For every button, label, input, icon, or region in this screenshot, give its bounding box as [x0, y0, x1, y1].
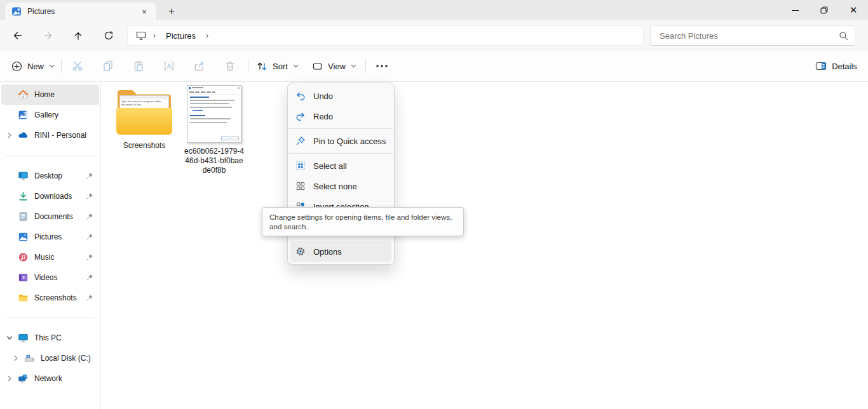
- onedrive-icon: [18, 130, 29, 140]
- close-button[interactable]: ✕: [839, 0, 868, 20]
- folder-front-flap: [116, 108, 172, 135]
- options-tooltip: Change settings for opening items, file …: [262, 207, 464, 236]
- tab-title: Pictures: [27, 7, 133, 16]
- up-icon: [73, 30, 83, 41]
- sidebar-label: RINI - Personal: [34, 131, 86, 140]
- folder-large-icon: Type the name of a program, folder, docu…: [116, 85, 172, 137]
- chevron-right-icon: [6, 132, 13, 138]
- file-thumbnail: [187, 85, 241, 143]
- minimize-button[interactable]: [780, 0, 810, 20]
- share-button[interactable]: [189, 56, 210, 76]
- details-button[interactable]: Details: [812, 56, 860, 76]
- restore-icon: [820, 6, 828, 14]
- folder-tile-screenshots[interactable]: Type the name of a program, folder, docu…: [114, 85, 175, 151]
- documents-icon: [18, 211, 29, 222]
- this-pc-breadcrumb-icon[interactable]: [135, 30, 147, 41]
- sidebar-item-desktop[interactable]: Desktop: [1, 166, 99, 186]
- sidebar-label: Pictures: [34, 232, 62, 241]
- tab-pictures[interactable]: Pictures ×: [5, 3, 156, 20]
- options-gear-icon: [295, 246, 306, 257]
- menu-item-select-all[interactable]: Select all: [288, 156, 394, 176]
- menu-item-select-none[interactable]: Select none: [288, 176, 394, 196]
- file-tile-image[interactable]: ec60b062-1979-4 46d-b431-bf0bae de0f8b: [183, 85, 245, 175]
- svg-text:A: A: [167, 63, 172, 70]
- tab-close-icon[interactable]: ×: [139, 6, 150, 17]
- menu-item-label: Redo: [313, 112, 333, 121]
- minimize-icon: [792, 10, 799, 11]
- view-button[interactable]: View: [309, 56, 359, 76]
- undo-icon: [295, 91, 306, 101]
- videos-icon: [18, 272, 29, 283]
- sidebar-label: Videos: [34, 273, 57, 282]
- chevron-down-icon: [49, 64, 55, 68]
- forward-button[interactable]: [37, 25, 58, 46]
- breadcrumb-chevron-icon[interactable]: ›: [206, 31, 208, 40]
- sidebar-item-onedrive-rini-personal[interactable]: RINI - Personal: [1, 125, 99, 145]
- sidebar-item-this-pc[interactable]: This PC: [1, 328, 99, 348]
- navigation-bar: › Pictures ›: [0, 20, 868, 51]
- rename-button[interactable]: A: [159, 56, 179, 76]
- sidebar-label: Documents: [34, 212, 73, 221]
- paste-button[interactable]: [128, 56, 149, 76]
- pin-icon: [86, 233, 93, 241]
- refresh-icon: [104, 30, 114, 41]
- menu-item-label: Select none: [313, 182, 357, 191]
- sidebar-label: This PC: [34, 333, 62, 342]
- gallery-icon: [18, 110, 29, 120]
- breadcrumb-chevron-icon: ›: [153, 31, 156, 40]
- up-button[interactable]: [68, 25, 88, 46]
- cut-button[interactable]: [67, 56, 88, 76]
- sidebar-item-home[interactable]: Home: [1, 84, 99, 105]
- sidebar-item-network[interactable]: Network: [1, 368, 99, 389]
- sidebar-item-gallery[interactable]: Gallery: [1, 105, 99, 125]
- address-bar[interactable]: › Pictures ›: [127, 25, 644, 46]
- chevron-right-icon: [13, 355, 19, 361]
- new-button[interactable]: New: [9, 56, 57, 76]
- breadcrumb-pictures[interactable]: Pictures: [162, 30, 200, 42]
- search-input[interactable]: [660, 31, 839, 41]
- copy-button[interactable]: [98, 56, 118, 76]
- see-more-button[interactable]: [370, 56, 393, 76]
- new-tab-button[interactable]: +: [164, 4, 179, 19]
- sidebar-item-music[interactable]: Music: [1, 247, 99, 267]
- restore-button[interactable]: [810, 0, 839, 20]
- search-icon[interactable]: [839, 31, 848, 41]
- sidebar-item-downloads[interactable]: Downloads: [1, 186, 99, 206]
- refresh-button[interactable]: [98, 25, 119, 46]
- forward-icon: [43, 30, 53, 41]
- sidebar-label: Home: [34, 90, 55, 99]
- delete-button[interactable]: [220, 56, 240, 76]
- sidebar-item-documents[interactable]: Documents: [1, 206, 99, 227]
- sidebar-item-local-disk-c[interactable]: Local Disk (C:): [1, 348, 99, 368]
- sort-label: Sort: [273, 62, 288, 71]
- view-icon: [312, 61, 323, 72]
- sidebar-item-pictures[interactable]: Pictures: [1, 227, 99, 247]
- pin-icon: [86, 253, 93, 261]
- sidebar-label: Downloads: [34, 192, 72, 201]
- window-controls: ✕: [780, 0, 868, 20]
- sidebar: Home Gallery RINI - Personal Desktop: [0, 82, 100, 389]
- view-label: View: [328, 62, 346, 71]
- select-all-icon: [295, 161, 306, 171]
- menu-item-label: Undo: [313, 91, 333, 101]
- menu-item-options[interactable]: Options: [290, 241, 391, 262]
- sidebar-item-screenshots[interactable]: Screenshots: [1, 288, 99, 308]
- pin-icon: [86, 213, 93, 220]
- menu-item-redo[interactable]: Redo: [288, 106, 394, 126]
- search-box[interactable]: [650, 25, 855, 46]
- ellipsis-icon: [376, 65, 388, 67]
- menu-item-pin-to-quick-access[interactable]: Pin to Quick access: [288, 131, 394, 151]
- sidebar-separator: [5, 156, 95, 156]
- cut-icon: [72, 60, 83, 72]
- back-button[interactable]: [7, 25, 27, 46]
- sidebar-item-videos[interactable]: Videos: [1, 267, 99, 288]
- menu-item-undo[interactable]: Undo: [288, 86, 394, 106]
- back-icon: [12, 30, 23, 41]
- network-icon: [18, 373, 29, 384]
- paste-icon: [133, 60, 144, 72]
- new-label: New: [27, 62, 44, 71]
- pictures-icon: [18, 232, 29, 242]
- sort-button[interactable]: Sort: [254, 56, 302, 76]
- pin-icon: [86, 294, 93, 302]
- menu-separator: [288, 128, 393, 129]
